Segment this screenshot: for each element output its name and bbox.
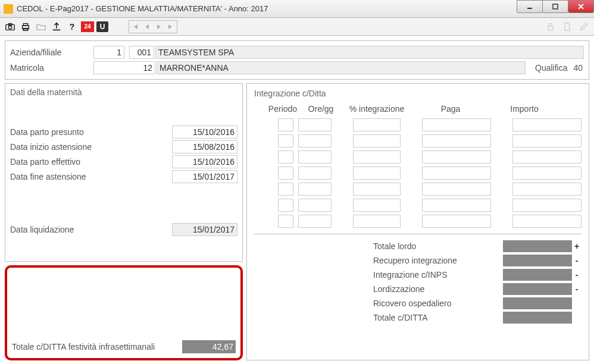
integrazione-cell[interactable]	[353, 150, 401, 164]
matricola-name-field[interactable]	[157, 61, 526, 74]
integrazione-title: Integrazione c/Ditta	[254, 89, 582, 98]
periodo-cell[interactable]	[278, 118, 293, 131]
integrazione-cell[interactable]	[353, 183, 401, 196]
cditta-label: Totale c/DITTA	[254, 313, 503, 322]
parto-presunto-label: Data parto presunto	[10, 127, 172, 137]
ore-cell[interactable]	[298, 118, 332, 131]
matricola-label: Matricola	[10, 63, 93, 73]
nav-last-icon[interactable]	[165, 21, 176, 32]
importo-cell[interactable]	[512, 134, 582, 148]
importo-cell[interactable]	[512, 167, 582, 180]
totale-lordo-label: Totale lordo	[254, 241, 503, 251]
recupero-label: Recupero integrazione	[254, 256, 503, 265]
periodo-cell[interactable]	[278, 150, 293, 164]
cinps-label: Integrazione c/INPS	[254, 270, 503, 280]
integ-row	[278, 134, 582, 148]
integrazione-cell[interactable]	[353, 167, 401, 180]
paga-cell[interactable]	[422, 118, 491, 131]
inizio-astensione-input[interactable]	[172, 140, 237, 153]
liquidazione-input[interactable]	[172, 223, 237, 236]
u-button[interactable]: U	[96, 21, 108, 32]
importo-cell[interactable]	[512, 150, 582, 164]
ore-cell[interactable]	[298, 167, 332, 180]
col-importo: Importo	[490, 104, 559, 114]
paga-cell[interactable]	[422, 183, 491, 196]
window-title: CEDOL - E-Pag2017 - GESTIONE MALATTIA/MA…	[17, 4, 268, 13]
parto-presunto-input[interactable]	[172, 125, 237, 139]
svg-rect-8	[23, 23, 27, 26]
integ-row	[278, 150, 582, 164]
print-icon[interactable]	[19, 20, 32, 33]
lordizzazione-label: Lordizzazione	[254, 284, 503, 294]
periodo-cell[interactable]	[278, 215, 293, 228]
col-paga: Paga	[416, 104, 485, 114]
azienda-num-input[interactable]	[93, 46, 124, 59]
integrazione-cell[interactable]	[353, 134, 401, 148]
integ-row	[278, 118, 582, 131]
minus-sign: -	[572, 284, 582, 294]
integrazione-cell[interactable]	[353, 215, 401, 228]
ricovero-value	[503, 297, 572, 309]
ore-cell[interactable]	[298, 183, 332, 196]
edit-icon[interactable]	[577, 20, 590, 33]
window-titlebar: CEDOL - E-Pag2017 - GESTIONE MALATTIA/MA…	[0, 0, 594, 18]
window-maximize-button[interactable]	[542, 0, 568, 13]
upload-icon[interactable]	[50, 20, 63, 33]
toolbar: ? 24 U	[0, 18, 594, 36]
periodo-cell[interactable]	[278, 134, 293, 148]
parto-effettivo-input[interactable]	[172, 155, 237, 168]
importo-cell[interactable]	[512, 199, 582, 212]
azienda-label: Azienda/filiale	[10, 48, 93, 57]
integrazione-panel: Integrazione c/Ditta Periodo Ore/gg % in…	[246, 83, 589, 360]
minus-sign: -	[572, 270, 582, 280]
ore-cell[interactable]	[298, 134, 332, 148]
paga-cell[interactable]	[422, 150, 491, 164]
help-icon[interactable]: ?	[65, 20, 79, 33]
svg-rect-11	[548, 26, 553, 30]
inizio-astensione-label: Data inizio astensione	[10, 142, 172, 152]
periodo-cell[interactable]	[278, 183, 293, 196]
totale-lordo-value	[503, 240, 572, 252]
lock-icon[interactable]	[544, 20, 557, 33]
minus-sign: -	[572, 256, 582, 265]
document-icon[interactable]	[561, 20, 574, 33]
importo-cell[interactable]	[512, 183, 582, 196]
camera-icon[interactable]	[4, 20, 17, 33]
ore-cell[interactable]	[298, 199, 332, 212]
nav-first-icon[interactable]	[130, 21, 140, 32]
periodo-cell[interactable]	[278, 167, 293, 180]
integrazione-cell[interactable]	[353, 118, 401, 131]
cditta-value	[503, 312, 572, 324]
col-ore: Ore/gg	[304, 104, 337, 114]
paga-cell[interactable]	[422, 215, 491, 228]
col-periodo: Periodo	[266, 104, 299, 114]
window-minimize-button[interactable]	[517, 0, 543, 13]
importo-cell[interactable]	[512, 215, 582, 228]
lordizzazione-value	[503, 283, 572, 295]
importo-cell[interactable]	[512, 118, 582, 131]
paga-cell[interactable]	[422, 134, 491, 148]
nav-next-icon[interactable]	[154, 21, 164, 32]
festivita-panel: Totale c/DITTA festività infrasettimanal…	[5, 265, 243, 360]
fine-astensione-input[interactable]	[172, 170, 237, 183]
col-integrazione: % integrazione	[342, 104, 411, 114]
azienda-code-input[interactable]	[129, 46, 154, 59]
nav-prev-icon[interactable]	[142, 21, 152, 32]
fine-astensione-label: Data fine astensione	[10, 172, 172, 181]
svg-point-5	[8, 26, 11, 29]
badge-24-icon[interactable]: 24	[81, 21, 94, 32]
ore-cell[interactable]	[298, 215, 332, 228]
window-close-button[interactable]	[568, 0, 594, 13]
maternita-title: Dati della maternità	[10, 87, 237, 97]
header-panel: Azienda/filiale Matricola Qualifica 40	[5, 40, 589, 80]
integrazione-cell[interactable]	[353, 199, 401, 212]
matricola-num-input[interactable]	[93, 61, 155, 74]
maternita-panel: Dati della maternità Data parto presunto…	[5, 83, 243, 262]
periodo-cell[interactable]	[278, 199, 293, 212]
nav-group	[129, 20, 177, 33]
paga-cell[interactable]	[422, 199, 491, 212]
ore-cell[interactable]	[298, 150, 332, 164]
folder-icon[interactable]	[35, 20, 48, 33]
paga-cell[interactable]	[422, 167, 491, 180]
azienda-name-field[interactable]	[155, 46, 584, 59]
